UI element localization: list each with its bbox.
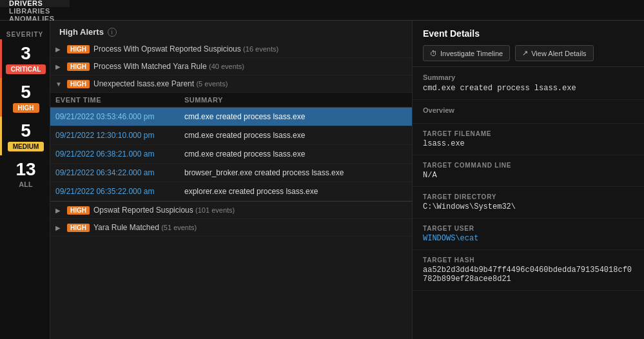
- field-label-target_hash: TARGET HASH: [423, 257, 634, 264]
- nav-item-libraries[interactable]: LIBRARIES: [0, 7, 70, 15]
- summary-value: cmd.exe created process lsass.exe: [423, 84, 634, 93]
- severity-label: SEVERITY: [0, 27, 50, 39]
- severity-badge-critical: CRITICAL: [6, 64, 46, 74]
- field-label-target_directory: TARGET DIRECTORY: [423, 193, 634, 200]
- table-header: EVENT TIME SUMMARY: [50, 93, 412, 108]
- cell-summary-r1: cmd.exe created process lsass.exe: [184, 112, 407, 121]
- view-alert-label: View Alert Details: [531, 50, 586, 57]
- alert-group-g2[interactable]: ▶HIGHProcess With Matched Yara Rule (40 …: [50, 58, 412, 75]
- high-badge-bg1: HIGH: [67, 206, 90, 215]
- field-target_filename: TARGET FILENAMElsass.exe: [413, 124, 644, 155]
- nav-item-drivers[interactable]: DRIVERS: [0, 0, 70, 7]
- alert-group-g3[interactable]: ▼HIGHUnexpected lsass.exe Parent (5 even…: [50, 75, 412, 93]
- alert-text-g3: Unexpected lsass.exe Parent (5 events): [93, 79, 228, 88]
- view-alert-details-button[interactable]: ↗ View Alert Details: [515, 45, 593, 61]
- table-row-r4[interactable]: 09/21/2022 06:34:22.000 ambrowser_broker…: [50, 164, 412, 182]
- cell-time-r3: 09/21/2022 06:38:21.000 am: [55, 150, 184, 159]
- investigate-timeline-button[interactable]: ⏱ Investigate Timeline: [423, 45, 510, 61]
- table-row-r1[interactable]: 09/21/2022 03:53:46.000 pmcmd.exe create…: [50, 108, 412, 126]
- severity-badge-medium: MEDIUM: [8, 142, 44, 151]
- bottom-groups: ▶HIGHOpswat Reported Suspicious (101 eve…: [50, 201, 412, 237]
- high-badge-g3: HIGH: [67, 80, 90, 88]
- high-badge-g2: HIGH: [67, 63, 90, 71]
- field-target_hash: TARGET HASHaa52b2d3dd4b9b47ff4496c0460bd…: [413, 250, 644, 291]
- bottom-group-bg1[interactable]: ▶HIGHOpswat Reported Suspicious (101 eve…: [50, 202, 412, 219]
- cell-summary-r2: cmd.exe created process lsass.exe: [184, 131, 407, 140]
- table-row-r2[interactable]: 09/21/2022 12:30:10.000 pmcmd.exe create…: [50, 126, 412, 145]
- alert-count-g3: (5 events): [196, 80, 228, 88]
- severity-count-high: 5: [21, 83, 31, 101]
- alerts-list: ▶HIGHProcess With Opswat Reported Suspic…: [50, 41, 412, 339]
- summary-section: Summary cmd.exe created process lsass.ex…: [413, 67, 644, 100]
- severity-count-critical: 3: [21, 44, 31, 63]
- alert-count-g2: (40 events): [209, 63, 244, 70]
- timeline-icon: ⏱: [430, 50, 437, 57]
- field-value-target_command_line: N/A: [423, 171, 634, 180]
- field-value-target_directory: C:\Windows\System32\: [423, 202, 634, 211]
- severity-badge-all: ALL: [19, 180, 32, 188]
- alert-text-bg1: Opswat Reported Suspicious (101 events): [93, 206, 235, 215]
- col-time-header: EVENT TIME: [55, 96, 184, 104]
- event-details-panel: Event Details ⏱ Investigate Timeline ↗ V…: [412, 21, 644, 339]
- panel-header: Event Details ⏱ Investigate Timeline ↗ V…: [413, 21, 644, 67]
- content-area: High Alerts i ▶HIGHProcess With Opswat R…: [50, 21, 412, 339]
- field-label-target_user: TARGET USER: [423, 225, 634, 232]
- alert-text-g1: Process With Opswat Reported Suspicious …: [93, 44, 278, 53]
- panel-title: Event Details: [423, 28, 634, 39]
- field-target_user: TARGET USERWINDOWS\ecat: [413, 218, 644, 250]
- alert-count-bg1: (101 events): [195, 206, 235, 214]
- sidebar-severity-critical[interactable]: 3CRITICAL: [0, 39, 50, 78]
- field-label-target_filename: TARGET FILENAME: [423, 130, 634, 137]
- alert-text-bg2: Yara Rule Matched (51 events): [93, 223, 197, 232]
- sidebar-severity-high[interactable]: 5HIGH: [0, 78, 50, 117]
- expand-icon-g2: ▶: [55, 63, 63, 70]
- field-target_command_line: TARGET COMMAND LINEN/A: [413, 155, 644, 187]
- field-target_directory: TARGET DIRECTORYC:\Windows\System32\: [413, 187, 644, 218]
- cell-time-r4: 09/21/2022 06:34:22.000 am: [55, 168, 184, 177]
- expand-icon-bg1: ▶: [55, 207, 63, 214]
- severity-badge-high: HIGH: [13, 103, 39, 113]
- alert-count-bg2: (51 events): [161, 224, 197, 231]
- overview-label: Overview: [423, 106, 634, 114]
- cell-summary-r3: cmd.exe created process lsass.exe: [184, 150, 407, 159]
- main-layout: SEVERITY 3CRITICAL5HIGH5MEDIUM13ALL High…: [0, 21, 644, 339]
- external-link-icon: ↗: [522, 49, 528, 57]
- overview-section: Overview: [413, 100, 644, 124]
- panel-buttons: ⏱ Investigate Timeline ↗ View Alert Deta…: [423, 45, 634, 61]
- table-row-r5[interactable]: 09/21/2022 06:35:22.000 amexplorer.exe c…: [50, 182, 412, 201]
- alert-group-g1[interactable]: ▶HIGHProcess With Opswat Reported Suspic…: [50, 41, 412, 58]
- field-value-target_filename: lsass.exe: [423, 139, 634, 148]
- cell-summary-r5: explorer.exe created process lsass.exe: [184, 187, 407, 196]
- expand-icon-g3: ▼: [55, 81, 63, 88]
- high-badge-g1: HIGH: [67, 45, 90, 53]
- field-value-target_hash: aa52b2d3dd4b9b47ff4496c0460bdedda7913540…: [423, 266, 634, 284]
- investigate-button-label: Investigate Timeline: [440, 50, 503, 57]
- high-badge-bg2: HIGH: [67, 224, 90, 232]
- top-navigation: ALERTSPROCESSESAUTORUNSFILESDRIVERSLIBRA…: [0, 0, 644, 21]
- info-icon[interactable]: i: [108, 28, 117, 37]
- sidebar-severity-medium[interactable]: 5MEDIUM: [0, 117, 50, 155]
- expand-icon-bg2: ▶: [55, 224, 63, 231]
- summary-label: Summary: [423, 73, 634, 81]
- field-value-target_user[interactable]: WINDOWS\ecat: [423, 234, 634, 243]
- sidebar: SEVERITY 3CRITICAL5HIGH5MEDIUM13ALL: [0, 21, 50, 339]
- table-row-r3[interactable]: 09/21/2022 06:38:21.000 amcmd.exe create…: [50, 145, 412, 164]
- cell-time-r5: 09/21/2022 06:35:22.000 am: [55, 187, 184, 196]
- alerts-header: High Alerts i: [50, 21, 412, 41]
- sidebar-severity-all[interactable]: 13ALL: [0, 155, 50, 192]
- severity-count-all: 13: [15, 160, 35, 179]
- expand-icon-g1: ▶: [55, 46, 63, 53]
- alert-count-g1: (16 events): [243, 45, 278, 53]
- bottom-group-bg2[interactable]: ▶HIGHYara Rule Matched (51 events): [50, 219, 412, 237]
- cell-time-r1: 09/21/2022 03:53:46.000 pm: [55, 112, 184, 121]
- col-summary-header: SUMMARY: [184, 96, 407, 104]
- cell-summary-r4: browser_broker.exe created process lsass…: [184, 168, 407, 177]
- alert-text-g2: Process With Matched Yara Rule (40 event…: [93, 62, 244, 71]
- severity-count-medium: 5: [21, 122, 31, 140]
- alerts-title: High Alerts: [59, 27, 104, 37]
- cell-time-r2: 09/21/2022 12:30:10.000 pm: [55, 131, 184, 140]
- field-label-target_command_line: TARGET COMMAND LINE: [423, 162, 634, 169]
